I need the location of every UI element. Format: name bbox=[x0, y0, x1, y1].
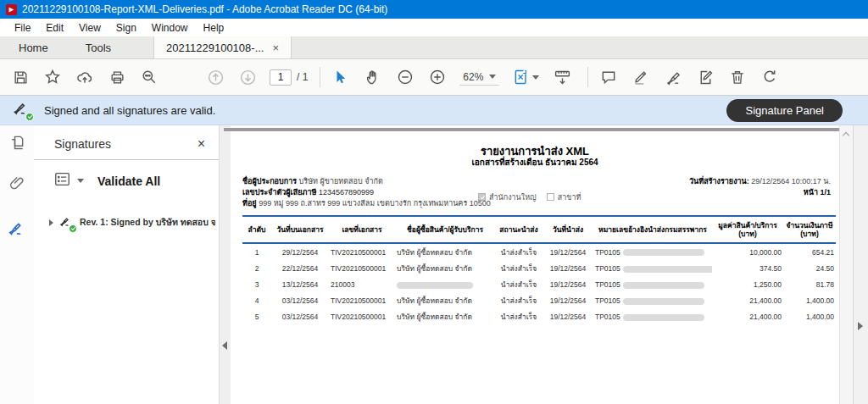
options-list-icon[interactable] bbox=[54, 172, 70, 190]
cell-vat: 24.50 bbox=[783, 260, 836, 276]
signatures-panel: Signatures × Validate All Rev. 1: Signed… bbox=[34, 125, 219, 404]
tab-home[interactable]: Home bbox=[0, 36, 67, 58]
cell-amount: 374.50 bbox=[712, 260, 783, 276]
acrobat-app-icon bbox=[6, 4, 17, 15]
main-toolbar: / 1 62% bbox=[0, 59, 868, 96]
expand-chevron-icon[interactable] bbox=[49, 219, 53, 226]
report-subtitle: เอกสารที่สร้างเดือน ธันวาคม 2564 bbox=[231, 156, 839, 169]
comment-icon[interactable] bbox=[598, 67, 619, 87]
fill-sign-icon[interactable] bbox=[695, 67, 715, 87]
signature-panel-button[interactable]: Signature Panel bbox=[726, 99, 843, 122]
redaction-box bbox=[623, 314, 704, 321]
branch-option: สาขาที่ bbox=[547, 191, 581, 203]
redaction-box bbox=[623, 266, 712, 273]
expand-tools-right-icon[interactable] bbox=[858, 322, 863, 330]
window-title: 20211229100108-Report-XML-Deliveries.pdf… bbox=[22, 3, 387, 15]
menu-sign[interactable]: Sign bbox=[108, 20, 144, 36]
share-upload-icon[interactable] bbox=[75, 67, 95, 87]
highlight-icon[interactable] bbox=[631, 67, 651, 87]
validate-all-button[interactable]: Validate All bbox=[97, 174, 160, 188]
signature-status-message: Signed and all signatures are valid. bbox=[44, 104, 215, 117]
zoom-out-icon[interactable] bbox=[395, 67, 415, 87]
vertical-scrollbar[interactable] bbox=[839, 125, 853, 404]
table-row: 5 03/12/2564 TIV20210500001 บริษัท ผู้ซื… bbox=[242, 309, 836, 325]
head-office-checkbox bbox=[478, 193, 486, 201]
cell-doc-no: TIV20210500001 bbox=[329, 293, 395, 309]
col-ref: หมายเลขอ้างอิงนำส่งกรมสรรพากร bbox=[593, 216, 712, 243]
menu-view[interactable]: View bbox=[71, 20, 108, 36]
office-type-checkboxes: สำนักงานใหญ่ สาขาที่ bbox=[478, 191, 581, 203]
cell-status: นำส่งสำเร็จ bbox=[495, 243, 542, 260]
tab-tools[interactable]: Tools bbox=[67, 36, 130, 58]
collapse-panel-left-icon[interactable] bbox=[222, 341, 227, 350]
cell-doc-date: 13/12/2564 bbox=[271, 276, 329, 292]
chevron-down-icon[interactable] bbox=[77, 179, 84, 183]
next-page-icon[interactable] bbox=[237, 67, 258, 87]
cell-status: นำส่งสำเร็จ bbox=[495, 276, 542, 292]
left-nav-rail bbox=[0, 125, 34, 404]
cell-buyer bbox=[395, 276, 495, 292]
cell-send-date: 19/12/2564 bbox=[542, 293, 593, 309]
operator-line: ชื่อผู้ประกอบการ บริษัท ผู้ขายทดสอบ จำกั… bbox=[242, 176, 491, 187]
previous-page-icon[interactable] bbox=[205, 67, 225, 87]
head-office-label: สำนักงานใหญ่ bbox=[489, 193, 537, 202]
star-icon[interactable] bbox=[42, 67, 63, 87]
cell-vat: 654.21 bbox=[783, 243, 836, 260]
delete-icon[interactable] bbox=[727, 67, 748, 87]
cell-ref: TP0105 bbox=[593, 243, 712, 260]
tax-id-label: เลขประจำตัวผู้เสียภาษี bbox=[242, 188, 316, 196]
cell-amount: 10,000.00 bbox=[712, 243, 783, 260]
zoom-in-icon[interactable] bbox=[427, 67, 448, 87]
page-display-mode-icon[interactable] bbox=[511, 67, 540, 87]
search-icon[interactable] bbox=[139, 67, 159, 87]
menu-window[interactable]: Window bbox=[144, 20, 196, 36]
deliveries-table: ลำดับ วันที่บนเอกสาร เลขที่เอกสาร ชื่อผู… bbox=[242, 215, 836, 325]
cell-no: 3 bbox=[242, 276, 271, 292]
print-icon[interactable] bbox=[107, 67, 127, 87]
menu-help[interactable]: Help bbox=[196, 20, 232, 36]
signature-status-bar: Signed and all signatures are valid. Sig… bbox=[0, 96, 868, 125]
tax-id-line: เลขประจำตัวผู้เสียภาษี 1234567890999 bbox=[242, 187, 491, 198]
page-number-input[interactable] bbox=[270, 69, 292, 86]
zoom-level-dropdown[interactable]: 62% bbox=[459, 69, 499, 86]
tab-document[interactable]: 20211229100108-... × bbox=[153, 36, 292, 58]
close-icon[interactable]: × bbox=[198, 137, 205, 151]
redaction-box bbox=[623, 298, 704, 305]
save-icon[interactable] bbox=[10, 67, 31, 87]
rotate-icon[interactable] bbox=[760, 67, 780, 87]
address-value: 999 หมู่ 999 ถ.สาทร 999 แขวงสีลม เขตบางร… bbox=[259, 199, 491, 208]
cell-ref: TP0105 bbox=[593, 293, 712, 309]
menu-bar: File Edit View Sign Window Help bbox=[0, 19, 868, 36]
cell-vat: 81.78 bbox=[783, 276, 836, 292]
operator-info-block: ชื่อผู้ประกอบการ บริษัท ผู้ขายทดสอบ จำกั… bbox=[242, 176, 491, 209]
page-total-label: / 1 bbox=[297, 71, 308, 83]
report-date-line: วันที่สร้างรายงาน: 29/12/2564 10:00:17 น… bbox=[689, 176, 831, 187]
signature-revision-item[interactable]: Rev. 1: Signed by บริษัท ทดสอบ จ bbox=[34, 200, 219, 230]
tab-close-icon[interactable]: × bbox=[272, 42, 279, 53]
cell-buyer: บริษัท ผู้ซื้อทดสอบ จำกัด bbox=[395, 309, 495, 325]
zoom-level-value: 62% bbox=[463, 71, 483, 83]
menu-edit[interactable]: Edit bbox=[38, 20, 71, 36]
menu-file[interactable]: File bbox=[7, 20, 38, 36]
table-row: 4 03/12/2564 TIV20210500001 บริษัท ผู้ซื… bbox=[242, 293, 836, 309]
hand-tool-icon[interactable] bbox=[363, 67, 383, 87]
signatures-panel-icon[interactable] bbox=[0, 212, 34, 246]
cell-doc-no: TIV20210500001 bbox=[329, 309, 395, 325]
signed-valid-icon bbox=[58, 216, 75, 230]
table-row: 3 13/12/2564 210003 นำส่งสำเร็จ 19/12/25… bbox=[242, 276, 836, 292]
chevron-down-icon bbox=[489, 75, 496, 79]
select-tool-icon[interactable] bbox=[331, 67, 351, 87]
tab-document-label: 20211229100108-... bbox=[166, 42, 264, 54]
report-date-label: วันที่สร้างรายงาน: bbox=[689, 177, 749, 185]
signatures-panel-title: Signatures bbox=[54, 137, 111, 151]
sign-pen-icon[interactable] bbox=[663, 67, 683, 87]
scroll-up-icon[interactable] bbox=[843, 132, 849, 139]
validate-all-row: Validate All bbox=[34, 160, 219, 200]
col-send-date: วันที่นำส่ง bbox=[542, 216, 593, 243]
pdf-viewport: รายงานการนำส่ง XML เอกสารที่สร้างเดือน ธ… bbox=[231, 125, 839, 404]
content-area: Signatures × Validate All Rev. 1: Signed… bbox=[0, 125, 868, 404]
attachments-icon[interactable] bbox=[0, 166, 34, 200]
page-thumbnails-icon[interactable] bbox=[0, 125, 34, 159]
measure-tool-icon[interactable] bbox=[552, 67, 572, 87]
cell-ref: TP0105 bbox=[593, 260, 712, 276]
